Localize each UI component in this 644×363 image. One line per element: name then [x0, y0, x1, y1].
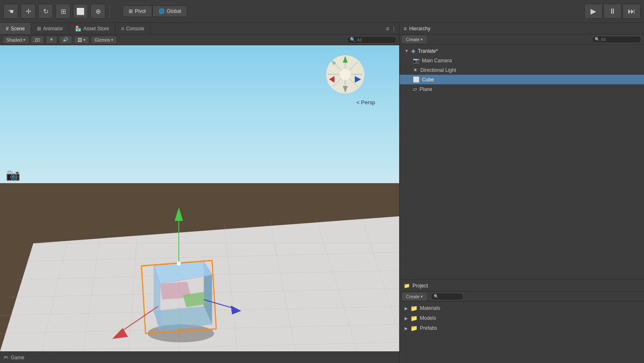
hierarchy-icon: ≡	[404, 26, 407, 32]
play-button[interactable]: ▶	[584, 4, 603, 19]
global-label: Global	[167, 8, 181, 14]
hierarchy-item-main-camera[interactable]: 📷 Main Camera	[400, 56, 644, 65]
gizmos-button[interactable]: Gizmos ▾	[91, 36, 117, 44]
scene-panel: # Scene ⊞ Animator 🏪 Asset Store ≡ Conso…	[0, 23, 399, 363]
global-icon: 🌐	[159, 8, 165, 14]
scene-tab-bar: # Scene ⊞ Animator 🏪 Asset Store ≡ Conso…	[0, 23, 399, 34]
materials-folder-icon: 📁	[410, 305, 417, 311]
project-search-icon: 🔍	[434, 294, 439, 299]
shaded-label: Shaded	[6, 37, 22, 42]
materials-label: Materials	[420, 305, 440, 311]
hierarchy-search-input[interactable]	[601, 37, 634, 42]
ground-background	[0, 183, 399, 351]
plane-label: Plane	[420, 86, 432, 92]
console-icon: ≡	[121, 26, 124, 32]
pause-button[interactable]: ⏸	[603, 4, 622, 19]
plane-hier-icon: ▱	[413, 86, 417, 92]
hierarchy-create-button[interactable]: Create ▾	[402, 36, 427, 43]
cube-hier-icon: ⬜	[413, 76, 420, 83]
camera-icon: 📷	[6, 168, 20, 182]
project-icon: 📁	[404, 283, 410, 289]
materials-arrow-icon: ▶	[405, 306, 408, 311]
hierarchy-header: ≡ Hierarchy	[400, 23, 644, 34]
scene-search[interactable]: 🔍	[347, 36, 397, 44]
effects-button[interactable]: 🖼 ▾	[74, 36, 89, 44]
rect-tool-button[interactable]: ⬜	[73, 4, 88, 19]
project-create-button[interactable]: Create ▾	[402, 293, 427, 300]
tab-more-icon: ⋮	[391, 25, 397, 32]
tab-asset-store[interactable]: 🏪 Asset Store	[69, 23, 115, 34]
2d-button[interactable]: 2D	[31, 36, 44, 44]
svg-point-40	[339, 69, 351, 80]
prefabs-label: Prefabs	[420, 325, 437, 331]
rotate-tool-button[interactable]: ↻	[38, 4, 53, 19]
tab-animator[interactable]: ⊞ Animator	[31, 23, 69, 34]
light-hier-icon: ☀	[413, 67, 418, 73]
hierarchy-search[interactable]: 🔍	[592, 36, 642, 43]
scene-toolbar: Shaded ▾ 2D ☀ 🔊 🖼 ▾ Gizmos ▾ 🔍	[0, 34, 399, 45]
hierarchy-item-cube[interactable]: ⬜ Cube	[400, 75, 644, 84]
2d-label: 2D	[34, 37, 40, 42]
transform-tool-button[interactable]: ⊕	[90, 4, 105, 19]
play-controls: ▶ ⏸ ⏭	[584, 4, 641, 19]
gizmos-arrow-icon: ▾	[111, 38, 113, 42]
project-title: Project	[412, 283, 428, 289]
pause-icon: ⏸	[609, 7, 616, 16]
hierarchy-create-arrow-icon: ▾	[421, 37, 423, 42]
step-button[interactable]: ⏭	[622, 4, 641, 19]
pivot-icon: ⊞	[129, 8, 133, 14]
step-icon: ⏭	[628, 7, 635, 16]
gizmo-widget	[324, 54, 366, 95]
directional-light-label: Directional Light	[420, 67, 456, 73]
tab-scene[interactable]: # Scene	[0, 23, 31, 34]
sun-icon: ☀	[49, 37, 54, 42]
move-tool-button[interactable]: ✛	[21, 4, 36, 19]
project-content: ▶ 📁 Materials ▶ 📁 Models ▶ 📁 Prefabs	[400, 302, 644, 363]
hierarchy-search-icon: 🔍	[595, 37, 600, 42]
models-arrow-icon: ▶	[405, 316, 408, 321]
global-button[interactable]: 🌐 Global	[152, 5, 188, 17]
scene-search-input[interactable]	[357, 37, 390, 42]
shaded-button[interactable]: Shaded ▾	[2, 36, 29, 44]
project-search[interactable]: 🔍	[431, 293, 464, 300]
hierarchy-title: Hierarchy	[409, 26, 430, 32]
play-icon: ▶	[590, 7, 596, 16]
hierarchy-toolbar: Create ▾ 🔍	[400, 34, 644, 44]
lighting-button[interactable]: ☀	[46, 36, 57, 44]
viewport[interactable]: 📷	[0, 45, 399, 351]
tab-lock-icon: ≡	[386, 25, 389, 32]
game-tab-label: Game	[11, 355, 24, 361]
audio-icon: 🔊	[63, 37, 68, 42]
prefabs-arrow-icon: ▶	[405, 326, 408, 331]
animator-tab-label: Animator	[43, 26, 63, 32]
effects-arrow-icon: ▾	[83, 38, 85, 42]
project-item-materials[interactable]: ▶ 📁 Materials	[400, 303, 644, 313]
hierarchy-create-label: Create	[406, 37, 420, 42]
hierarchy-root-item[interactable]: ▼ ◈ Tranlate*	[400, 46, 644, 56]
tab-end-icons: ≡ ⋮	[386, 23, 399, 34]
project-panel: 📁 Project Create ▾ 🔍 ▶ 📁 Materials	[400, 280, 644, 363]
tab-console[interactable]: ≡ Console	[115, 23, 151, 34]
cube-label: Cube	[422, 77, 434, 83]
main-camera-label: Main Camera	[422, 58, 452, 64]
hierarchy-item-directional-light[interactable]: ☀ Directional Light	[400, 65, 644, 75]
pivot-button[interactable]: ⊞ Pivot	[122, 5, 152, 17]
scene-search-icon: 🔍	[350, 37, 356, 42]
project-item-models[interactable]: ▶ 📁 Models	[400, 313, 644, 323]
audio-button[interactable]: 🔊	[59, 36, 72, 44]
hierarchy-item-plane[interactable]: ▱ Plane	[400, 84, 644, 94]
root-collapse-icon: ▼	[405, 49, 409, 53]
hierarchy-panel: ≡ Hierarchy Create ▾ 🔍 ▼ ◈ Tranlate*	[400, 23, 644, 280]
persp-label: < Persp	[356, 99, 375, 105]
project-create-arrow-icon: ▾	[421, 294, 423, 299]
hand-tool-button[interactable]: ☚	[3, 4, 18, 19]
shaded-arrow-icon: ▾	[23, 38, 25, 42]
right-panel: ≡ Hierarchy Create ▾ 🔍 ▼ ◈ Tranlate*	[399, 23, 644, 363]
project-item-prefabs[interactable]: ▶ 📁 Prefabs	[400, 323, 644, 333]
hierarchy-root-label: Tranlate*	[418, 48, 438, 54]
scale-tool-button[interactable]: ⊞	[56, 4, 71, 19]
main-layout: # Scene ⊞ Animator 🏪 Asset Store ≡ Conso…	[0, 23, 644, 363]
toolbar-separator-1	[110, 5, 110, 17]
pivot-label: Pivot	[135, 8, 146, 14]
project-toolbar: Create ▾ 🔍	[400, 292, 644, 302]
